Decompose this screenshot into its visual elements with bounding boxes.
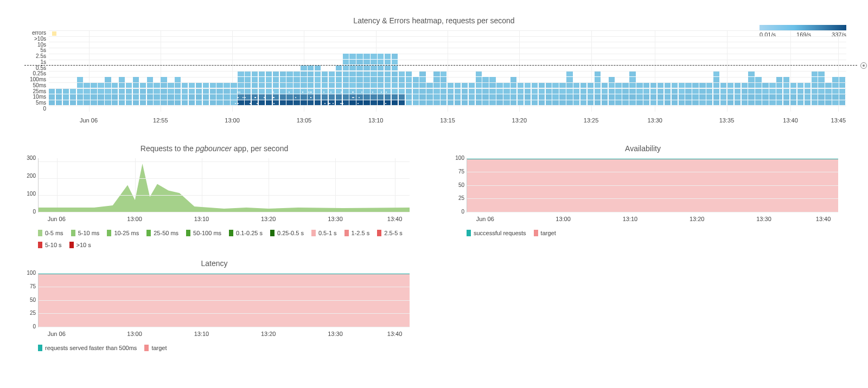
legend-item[interactable]: 5-10 ms — [71, 230, 100, 236]
legend-swatch — [467, 230, 471, 236]
latency-legend: requests served faster than 500mstarget — [38, 345, 418, 351]
legend-item[interactable]: 25-50 ms — [146, 230, 178, 236]
latency-title: Latency — [11, 259, 418, 268]
legend-swatch — [344, 230, 349, 236]
heatmap-y-labels: errors>10s10s5s2.5s1s0.5s0.25s100ms50ms2… — [24, 30, 46, 112]
gradient-bar — [760, 25, 846, 30]
availability-legend: successful requeststarget — [467, 230, 846, 236]
legend-swatch — [146, 230, 151, 236]
legend-swatch — [38, 345, 42, 351]
dashboard: Latency & Errors heatmap, requests per s… — [0, 0, 868, 367]
legend-swatch — [107, 230, 111, 236]
legend-item[interactable]: successful requests — [467, 230, 526, 236]
heatmap-title: Latency & Errors heatmap, requests per s… — [11, 16, 857, 25]
legend-item[interactable]: target — [144, 345, 167, 351]
legend-swatch — [186, 230, 190, 236]
legend-item[interactable]: 0-5 ms — [38, 230, 63, 236]
legend-swatch — [38, 242, 42, 248]
legend-swatch — [377, 230, 381, 236]
requests-legend: 0-5 ms5-10 ms10-25 ms25-50 ms50-100 ms0.… — [38, 230, 418, 248]
threshold-marker-icon — [860, 62, 867, 69]
legend-swatch — [144, 345, 149, 351]
legend-swatch — [229, 230, 233, 236]
availability-chart[interactable]: Availability 1007550250 Jun 0613:0013:10… — [439, 144, 846, 248]
legend-swatch — [69, 242, 74, 248]
legend-item[interactable]: 50-100 ms — [186, 230, 221, 236]
legend-swatch — [534, 230, 538, 236]
legend-item[interactable]: 1-2.5 s — [344, 230, 370, 236]
legend-item[interactable]: 0.25-0.5 s — [270, 230, 304, 236]
legend-item[interactable]: 0.5-1 s — [311, 230, 337, 236]
requests-title: Requests to the pgbouncer app, per secon… — [11, 144, 418, 153]
legend-swatch — [270, 230, 275, 236]
heatmap-chart[interactable]: 0.01/s 169/s 337/s errors>10s10s5s2.5s1s… — [11, 30, 857, 122]
svg-marker-0 — [39, 164, 410, 212]
legend-item[interactable]: 2.5-5 s — [377, 230, 403, 236]
legend-item[interactable]: target — [534, 230, 556, 236]
heatmap-cells — [49, 30, 846, 112]
legend-swatch — [38, 230, 42, 236]
latency-chart[interactable]: Latency 1007550250 Jun 0613:0013:1013:20… — [11, 259, 418, 351]
legend-swatch — [71, 230, 75, 236]
availability-title: Availability — [439, 144, 846, 153]
requests-chart[interactable]: Requests to the pgbouncer app, per secon… — [11, 144, 418, 248]
legend-item[interactable]: requests served faster than 500ms — [38, 345, 137, 351]
heatmap-x-labels: Jun 0612:5513:0013:0513:1013:1513:2013:2… — [49, 117, 846, 125]
legend-swatch — [311, 230, 316, 236]
legend-item[interactable]: 10-25 ms — [107, 230, 139, 236]
legend-item[interactable]: >10 s — [69, 242, 91, 248]
legend-item[interactable]: 5-10 s — [38, 242, 62, 248]
legend-item[interactable]: 0.1-0.25 s — [229, 230, 263, 236]
